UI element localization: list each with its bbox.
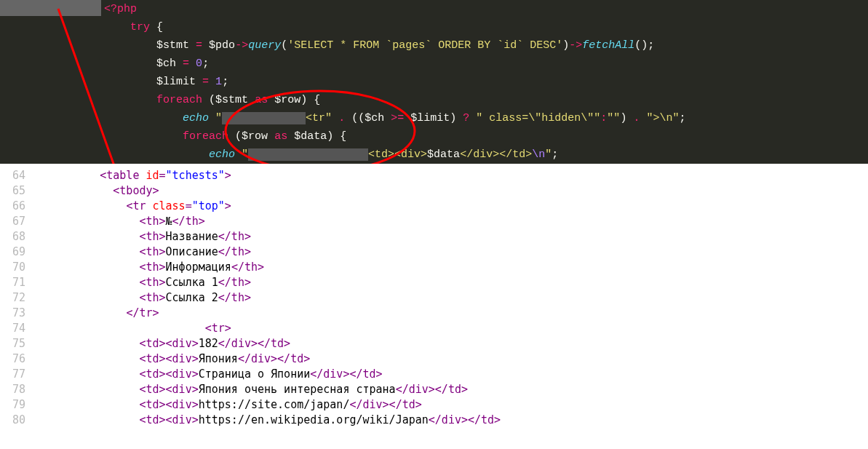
code-line: <?php [0,0,868,18]
code-content: <th>Ссылка 1</th> [47,275,251,290]
code-content: <th>Описание</th> [47,245,251,260]
redacted-block [248,148,368,161]
line-number: 70 [0,260,47,275]
line-number: 77 [0,367,47,382]
code-content: <td><div>182</div></td> [47,336,290,351]
code-line: 69 <th>Описание</th> [0,245,868,260]
code-line: 67 <th>№</th> [0,214,868,229]
code-line: 72 <th>Ссылка 2</th> [0,290,868,306]
code-line: 79 <td><div>https://site.com/japan/</div… [0,397,868,413]
code-line: 68 <th>Название</th> [0,229,868,245]
code-line: 76 <td><div>Япония</div></td> [0,351,868,367]
line-number: 76 [0,351,47,367]
code-line: echo "<tr" . (($ch >= $limit) ? " class=… [0,109,868,127]
code-line: echo "<td><div>$data</div></td>\n"; [0,146,868,164]
line-number: 72 [0,290,47,306]
code-content: <tr> [47,321,231,336]
line-number: 66 [0,199,47,214]
code-content: <th>Информация</th> [47,260,264,275]
code-content: <td><div>Страница о Японии</div></td> [47,367,383,382]
line-number: 80 [0,413,47,428]
dark-code-editor: <?php try { $stmt = $pdo->query('SELECT … [0,0,868,164]
code-content: <tr class="top"> [47,199,231,214]
code-line: 73 </tr> [0,306,868,321]
code-content: <table id="tchests"> [47,168,231,183]
line-number: 73 [0,306,47,321]
code-line: 75 <td><div>182</div></td> [0,336,868,351]
code-line: $limit = 1; [0,73,868,91]
code-line: $ch = 0; [0,55,868,73]
code-line: 64 <table id="tchests"> [0,168,868,183]
line-number: 74 [0,321,47,336]
code-line: try { [0,18,868,36]
code-content: <th>Название</th> [47,229,251,245]
code-content: <td><div>https://site.com/japan/</div></… [47,397,422,413]
light-code-editor: 64 <table id="tchests">65 <tbody>66 <tr … [0,164,868,428]
code-line: 66 <tr class="top"> [0,199,868,214]
redacted-block-top [0,0,101,16]
code-content: <tbody> [47,183,159,199]
code-line: 74 <tr> [0,321,868,336]
line-number: 67 [0,214,47,229]
line-number: 64 [0,168,47,183]
code-content: </tr> [47,306,159,321]
code-content: <th>Ссылка 2</th> [47,290,251,306]
line-number: 75 [0,336,47,351]
line-number: 79 [0,397,47,413]
code-line: 65 <tbody> [0,183,868,199]
line-number: 78 [0,382,47,397]
line-number: 65 [0,183,47,199]
code-content: <td><div>Япония очень интересная страна<… [47,382,468,397]
code-line: 70 <th>Информация</th> [0,260,868,275]
code-line: foreach ($row as $data) { [0,127,868,146]
redacted-block [222,112,306,124]
code-line: 71 <th>Ссылка 1</th> [0,275,868,290]
code-content: <td><div>Япония</div></td> [47,351,310,367]
code-line: 78 <td><div>Япония очень интересная стра… [0,382,868,397]
code-line: 77 <td><div>Страница о Японии</div></td> [0,367,868,382]
line-number: 71 [0,275,47,290]
code-line: $stmt = $pdo->query('SELECT * FROM `page… [0,36,868,55]
code-line: 80 <td><div>https://en.wikipedia.org/wik… [0,413,868,428]
code-line: foreach ($stmt as $row) { [0,91,868,109]
line-number: 69 [0,245,47,260]
code-content: <td><div>https://en.wikipedia.org/wiki/J… [47,413,501,428]
line-number: 68 [0,229,47,245]
php-open-tag: <?php [104,3,137,15]
code-content: <th>№</th> [47,214,205,229]
